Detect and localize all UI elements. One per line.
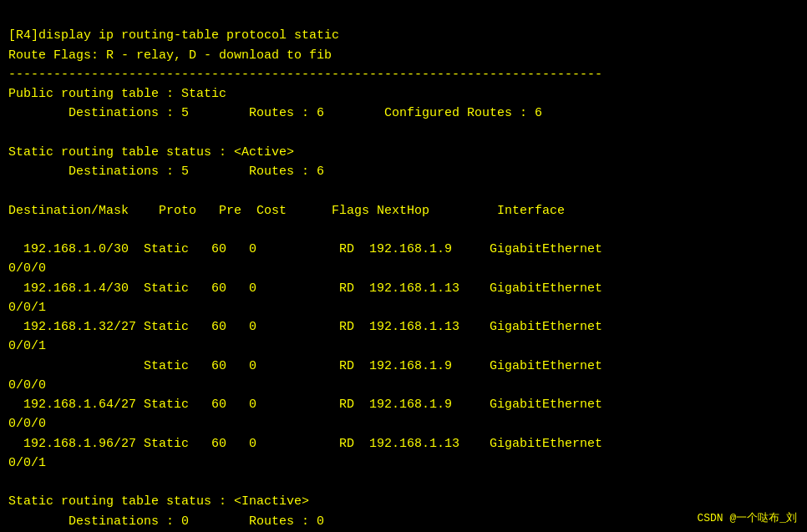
terminal-line: 192.168.1.96/27 Static 60 0 RD 192.168.1…	[8, 434, 799, 453]
terminal-line: Route Flags: R - relay, D - download to …	[8, 46, 799, 65]
terminal-line: 0/0/1	[8, 337, 799, 356]
terminal-line	[8, 473, 799, 492]
terminal-line: 192.168.1.32/27 Static 60 0 RD 192.168.1…	[8, 317, 799, 337]
terminal-line: Destination/Mask Proto Pre Cost Flags Ne…	[8, 201, 799, 220]
watermark-label: CSDN @一个哒布_刘	[697, 510, 797, 525]
terminal-line	[8, 124, 799, 143]
terminal-line: Destinations : 0 Routes : 0	[8, 512, 799, 531]
terminal-line: Static 60 0 RD 192.168.1.9 GigabitEthern…	[8, 357, 799, 376]
terminal-line: [R4]display ip routing-table protocol st…	[8, 26, 799, 45]
terminal-line: 192.168.1.64/27 Static 60 0 RD 192.168.1…	[8, 395, 799, 414]
terminal-line: Destinations : 5 Routes : 6	[8, 162, 799, 181]
terminal-line: Static routing table status : <Inactive>	[8, 492, 799, 511]
terminal-line: 0/0/0	[8, 259, 799, 278]
terminal-line	[8, 220, 799, 240]
terminal-line: Destinations : 5 Routes : 6 Configured R…	[8, 104, 799, 123]
terminal-line: 192.168.1.4/30 Static 60 0 RD 192.168.1.…	[8, 279, 799, 298]
terminal-line: 192.168.1.0/30 Static 60 0 RD 192.168.1.…	[8, 240, 799, 259]
terminal-line: Static routing table status : <Active>	[8, 143, 799, 162]
terminal-line: ----------------------------------------…	[8, 65, 799, 84]
terminal-line: Public routing table : Static	[8, 84, 799, 104]
terminal-line: 0/0/0	[8, 376, 799, 395]
terminal-output: [R4]display ip routing-table protocol st…	[0, 0, 807, 532]
terminal-line	[8, 181, 799, 200]
terminal-line: 0/0/1	[8, 298, 799, 317]
terminal-line: 0/0/1	[8, 453, 799, 473]
terminal-line: 0/0/0	[8, 414, 799, 433]
